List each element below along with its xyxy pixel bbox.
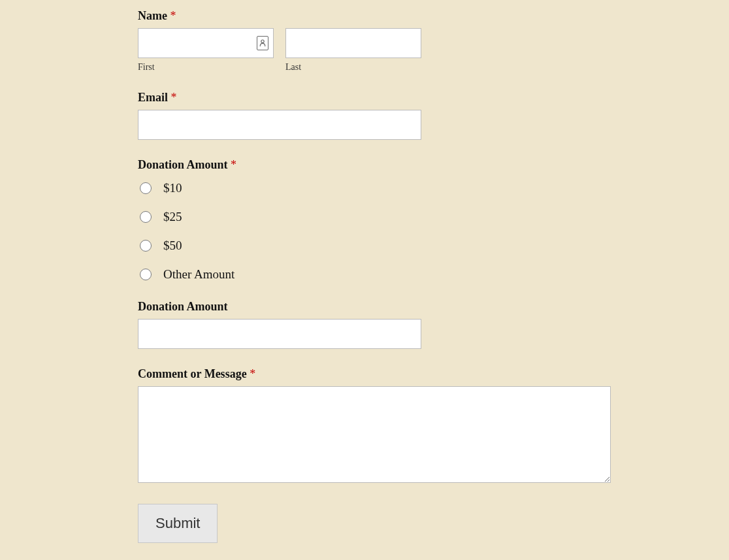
svg-point-0 [261, 40, 264, 42]
donation-text-label: Donation Amount [138, 300, 729, 314]
donation-option-other: Other Amount [138, 267, 729, 282]
donation-radio-label-text: Donation Amount [138, 158, 228, 171]
donation-radio-25[interactable] [140, 211, 152, 223]
submit-button[interactable]: Submit [138, 504, 218, 543]
first-name-input[interactable] [138, 28, 274, 58]
donation-radio-label: Donation Amount * [138, 158, 729, 172]
email-input[interactable] [138, 110, 421, 140]
email-label: Email * [138, 91, 729, 105]
donation-option-10: $10 [138, 181, 729, 195]
name-row: First Last [138, 28, 729, 73]
email-label-text: Email [138, 91, 168, 104]
last-name-sublabel: Last [285, 62, 421, 73]
donation-radio-list: $10 $25 $50 Other Amount [138, 181, 729, 282]
donation-radio-50[interactable] [140, 240, 152, 252]
donation-option-label: $50 [163, 239, 182, 253]
name-label: Name * [138, 9, 729, 23]
donation-option-25: $25 [138, 210, 729, 224]
donation-radio-10[interactable] [140, 182, 152, 194]
email-group: Email * [138, 91, 729, 140]
comment-label: Comment or Message * [138, 367, 729, 381]
donation-text-group: Donation Amount [138, 300, 729, 349]
donation-option-50: $50 [138, 239, 729, 253]
donation-text-label-text: Donation Amount [138, 300, 228, 313]
first-name-wrap [138, 28, 274, 58]
donation-form: Name * First Last [0, 0, 729, 556]
required-mark: * [250, 367, 255, 380]
required-mark: * [231, 158, 236, 171]
comment-textarea[interactable] [138, 386, 611, 483]
required-mark: * [170, 9, 176, 22]
donation-option-label: $10 [163, 181, 182, 195]
contact-card-icon [257, 36, 268, 50]
submit-row: Submit [138, 504, 729, 543]
donation-text-input[interactable] [138, 319, 421, 349]
required-mark: * [171, 91, 177, 104]
name-group: Name * First Last [138, 9, 729, 73]
donation-option-label: $25 [163, 210, 182, 224]
last-name-input[interactable] [285, 28, 421, 58]
donation-option-label: Other Amount [163, 267, 235, 282]
comment-label-text: Comment or Message [138, 367, 247, 380]
last-name-col: Last [285, 28, 421, 73]
name-label-text: Name [138, 9, 167, 22]
donation-radio-other[interactable] [140, 269, 152, 280]
donation-radio-group: Donation Amount * $10 $25 $50 Other Amou… [138, 158, 729, 282]
first-name-sublabel: First [138, 62, 274, 73]
comment-group: Comment or Message * [138, 367, 729, 486]
first-name-col: First [138, 28, 274, 73]
